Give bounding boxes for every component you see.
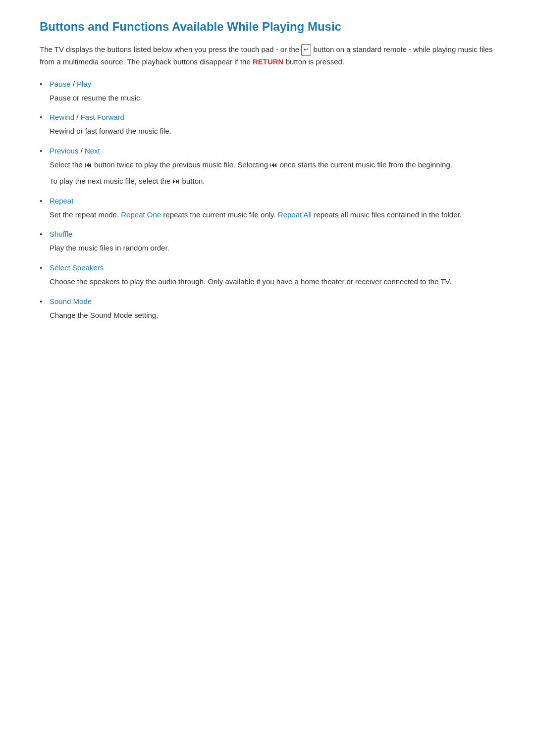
shuffle-desc: Play the music files in random order. <box>50 242 495 254</box>
sound-mode-label: Sound Mode <box>50 297 92 305</box>
sep2: / <box>74 113 81 121</box>
functions-list: Pause / Play Pause or resume the music. … <box>40 80 495 322</box>
pause-play-desc: Pause or resume the music. <box>50 92 495 104</box>
previous-next-desc2: To play the next music file, select the … <box>50 175 495 188</box>
list-item-sound-mode: Sound Mode Change the Sound Mode setting… <box>40 297 495 322</box>
repeat-title: Repeat <box>50 197 495 205</box>
intro-text-before: The TV displays the buttons listed below… <box>40 45 299 53</box>
previous-next-title: Previous / Next <box>50 147 495 155</box>
page-title: Buttons and Functions Available While Pl… <box>40 20 495 34</box>
sound-mode-body: Change the Sound Mode setting. <box>50 309 495 322</box>
select-speakers-title: Select Speakers <box>50 263 495 272</box>
previous-next-body: Select the ⏮ button twice to play the pr… <box>50 159 495 188</box>
repeat-desc: Set the repeat mode. Repeat One repeats … <box>50 209 495 221</box>
rewind-ff-desc: Rewind or fast forward the music file. <box>50 125 495 138</box>
sound-mode-desc: Change the Sound Mode setting. <box>50 309 495 322</box>
previous-next-desc1: Select the ⏮ button twice to play the pr… <box>50 159 495 171</box>
repeat-body: Set the repeat mode. Repeat One repeats … <box>50 209 495 221</box>
return-keyword: RETURN <box>253 57 284 66</box>
repeat-all-label: Repeat All <box>278 210 312 219</box>
list-item-shuffle: Shuffle Play the music files in random o… <box>40 230 495 254</box>
repeat-label: Repeat <box>50 197 73 205</box>
fastforward-label: Fast Forward <box>81 113 124 121</box>
repeat-one-label: Repeat One <box>121 210 161 219</box>
shuffle-body: Play the music files in random order. <box>50 242 495 254</box>
previous-label: Previous <box>50 147 78 155</box>
list-item-pause-play: Pause / Play Pause or resume the music. <box>40 80 495 104</box>
pause-label: Pause <box>50 80 71 88</box>
shuffle-label: Shuffle <box>50 230 72 238</box>
list-item-repeat: Repeat Set the repeat mode. Repeat One r… <box>40 197 495 221</box>
sep1: / <box>71 80 77 88</box>
select-speakers-label: Select Speakers <box>50 263 104 272</box>
shuffle-title: Shuffle <box>50 230 495 238</box>
sound-mode-title: Sound Mode <box>50 297 495 305</box>
list-item-select-speakers: Select Speakers Choose the speakers to p… <box>40 263 495 288</box>
play-label: Play <box>77 80 91 88</box>
list-item-previous-next: Previous / Next Select the ⏮ button twic… <box>40 147 495 188</box>
intro-paragraph: The TV displays the buttons listed below… <box>40 44 495 68</box>
list-item-rewind-ff: Rewind / Fast Forward Rewind or fast for… <box>40 113 495 138</box>
sep3: / <box>78 147 85 155</box>
rewind-ff-body: Rewind or fast forward the music file. <box>50 125 495 138</box>
return-icon: ↩ <box>301 44 311 55</box>
next-label: Next <box>85 147 100 155</box>
select-speakers-desc: Choose the speakers to play the audio th… <box>50 276 495 288</box>
pause-play-title: Pause / Play <box>50 80 495 88</box>
intro-text-end: button is pressed. <box>286 57 344 66</box>
rewind-label: Rewind <box>50 113 74 121</box>
rewind-ff-title: Rewind / Fast Forward <box>50 113 495 121</box>
pause-play-body: Pause or resume the music. <box>50 92 495 104</box>
select-speakers-body: Choose the speakers to play the audio th… <box>50 276 495 288</box>
